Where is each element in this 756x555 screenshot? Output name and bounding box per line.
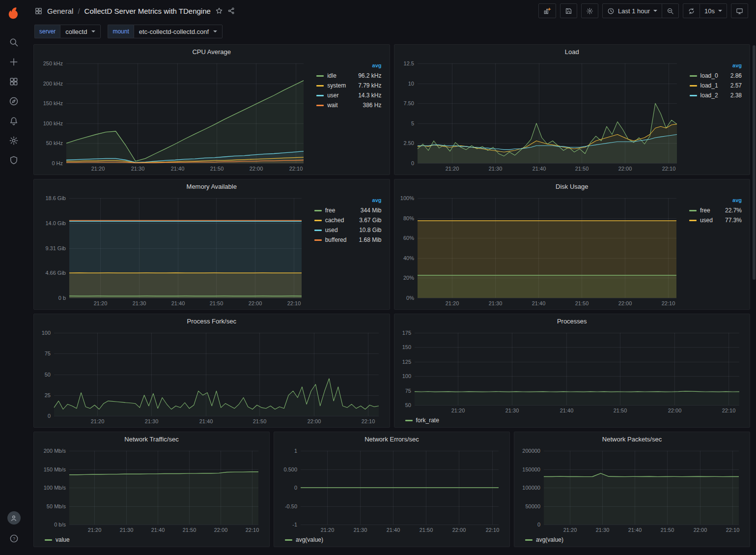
cpu-average-chart[interactable]: 0 Hz50 kHz100 kHz150 kHz200 kHz250 kHz21… <box>37 58 310 174</box>
grafana-logo[interactable] <box>5 5 22 22</box>
panel-network-errors: Network Errors/sec -1-0.5000.500121:2021… <box>274 432 510 547</box>
svg-text:22:00: 22:00 <box>618 166 632 172</box>
svg-text:22:10: 22:10 <box>661 300 675 306</box>
panel-header[interactable]: Memory Available <box>34 179 390 193</box>
legend-item-wait[interactable]: wait386 Hz <box>315 100 382 110</box>
variable-mount-select[interactable]: etc-collectd-collectd.conf <box>134 25 223 38</box>
svg-text:75: 75 <box>45 351 51 356</box>
page-title[interactable]: CollectD Server Metrics with TDengine <box>84 7 211 15</box>
svg-text:-0.50: -0.50 <box>285 503 297 509</box>
legend-item-idle[interactable]: idle96.2 kHz <box>315 71 382 81</box>
variable-mount: mount etc-collectd-collectd.conf <box>108 25 223 38</box>
page-scrollbar[interactable] <box>752 45 756 555</box>
breadcrumb-folder[interactable]: General <box>47 7 73 15</box>
variable-server-select[interactable]: collectd <box>60 25 101 38</box>
legend-item-load_2[interactable]: load_22.38 <box>689 90 743 100</box>
svg-text:0 b: 0 b <box>58 295 66 301</box>
disk-usage-chart[interactable]: 0%20%40%60%80%100%21:2021:3021:4021:5022… <box>397 193 683 308</box>
time-range-picker[interactable]: Last 1 hour <box>602 3 662 18</box>
svg-text:40%: 40% <box>403 255 414 261</box>
process-fork-chart[interactable]: 025507510021:2021:3021:4021:5022:0022:10 <box>37 328 386 426</box>
svg-text:?: ? <box>12 536 15 541</box>
series-color-dash <box>285 539 292 541</box>
legend-item-buffered[interactable]: buffered1.68 Mib <box>313 235 383 245</box>
legend-item-free[interactable]: free344 Mib <box>313 205 383 215</box>
legend-item-used[interactable]: used77.3% <box>688 215 743 225</box>
series-color-dash <box>316 85 324 87</box>
legend-series-name: cached <box>325 217 344 224</box>
svg-text:22:00: 22:00 <box>249 300 262 306</box>
legend-item-value[interactable]: value <box>44 535 71 545</box>
user-avatar[interactable] <box>7 511 21 525</box>
panel-header[interactable]: Network Errors/sec <box>274 432 509 446</box>
memory-available-chart[interactable]: 0 b4.66 Gib9.31 Gib14.0 Gib18.6 Gib21:20… <box>37 193 308 308</box>
legend-item-free[interactable]: free22.7% <box>688 205 743 215</box>
legend-series-avg-value: 386 Hz <box>354 102 381 109</box>
zoom-out-icon <box>667 7 674 15</box>
zoom-out-button[interactable] <box>662 3 679 18</box>
refresh-button[interactable] <box>683 3 700 18</box>
network-traffic-chart[interactable]: 0 b/s50 Mb/s100 Mb/s150 Mb/s200 Mb/s21:2… <box>37 446 265 535</box>
legend-series-avg-value: 2.38 <box>722 92 742 99</box>
svg-text:50: 50 <box>45 372 51 378</box>
panel-title: Disk Usage <box>556 183 588 190</box>
help-icon[interactable]: ? <box>2 528 26 548</box>
svg-text:4.66 Gib: 4.66 Gib <box>45 270 66 276</box>
legend-item-avg-value-[interactable]: avg(value) <box>284 535 324 545</box>
search-icon[interactable] <box>2 32 26 52</box>
svg-text:0: 0 <box>537 522 540 527</box>
alerting-bell-icon[interactable] <box>2 111 26 131</box>
panel-cpu-average: CPU Average 0 Hz50 kHz100 kHz150 kHz200 … <box>33 44 390 175</box>
panel-header[interactable]: Processes <box>394 314 750 328</box>
legend-series-avg-value: 3.67 Gib <box>350 217 381 224</box>
legend-item-user[interactable]: user14.3 kHz <box>315 90 382 100</box>
person-icon <box>10 514 18 522</box>
star-icon[interactable] <box>215 7 223 15</box>
legend-item-used[interactable]: used10.8 Gib <box>313 225 383 235</box>
panel-header[interactable]: Disk Usage <box>394 179 750 193</box>
svg-text:22:10: 22:10 <box>722 408 735 413</box>
load-chart[interactable]: 02.5057.501012.521:2021:3021:4021:5022:0… <box>397 58 684 174</box>
panel-header[interactable]: Network Traffic/sec <box>34 432 269 446</box>
explore-compass-icon[interactable] <box>2 91 26 111</box>
series-color-dash <box>316 95 324 96</box>
create-plus-icon[interactable] <box>2 52 26 72</box>
svg-text:21:20: 21:20 <box>563 527 577 533</box>
time-controls: Last 1 hour <box>602 3 679 18</box>
breadcrumb-separator: / <box>78 7 80 15</box>
svg-text:21:40: 21:40 <box>560 408 573 413</box>
svg-text:21:30: 21:30 <box>505 408 519 413</box>
legend-item-load_1[interactable]: load_12.57 <box>689 81 743 90</box>
legend-item-system[interactable]: system7.79 kHz <box>315 81 382 90</box>
legend-series-name: system <box>327 82 346 89</box>
configuration-gear-icon[interactable] <box>2 131 26 150</box>
scrollbar-thumb[interactable] <box>753 45 756 280</box>
refresh-icon <box>688 7 695 15</box>
dashboards-icon[interactable] <box>2 72 26 91</box>
legend-item-avg-value-[interactable]: avg(value) <box>524 535 564 545</box>
legend-item-cached[interactable]: cached3.67 Gib <box>313 215 383 225</box>
panel-header[interactable]: Network Packets/sec <box>514 432 750 446</box>
legend-item-fork_rate[interactable]: fork_rate <box>404 415 440 425</box>
legend-series-name: value <box>56 536 70 543</box>
legend-item-load_0[interactable]: load_02.86 <box>689 71 743 81</box>
dashboard-settings-button[interactable] <box>581 3 598 18</box>
server-admin-shield-icon[interactable] <box>2 150 26 170</box>
save-dashboard-button[interactable] <box>560 3 577 18</box>
panel-header[interactable]: Process Fork/sec <box>34 314 390 328</box>
refresh-interval-picker[interactable]: 10s <box>700 3 727 18</box>
panel-header[interactable]: CPU Average <box>34 45 390 58</box>
processes-chart[interactable]: 507510012515017521:2021:3021:4021:5022:0… <box>397 328 746 415</box>
share-icon[interactable] <box>227 7 235 15</box>
add-panel-button[interactable] <box>538 3 556 18</box>
svg-text:21:20: 21:20 <box>94 300 108 306</box>
network-packets-chart[interactable]: 05000010000015000020000021:2021:3021:402… <box>517 446 746 535</box>
svg-text:21:30: 21:30 <box>596 527 610 533</box>
svg-text:21:20: 21:20 <box>451 408 465 413</box>
network-errors-chart[interactable]: -1-0.5000.500121:2021:3021:4021:5022:002… <box>277 446 505 535</box>
apps-grid-icon[interactable] <box>34 7 43 15</box>
panel-header[interactable]: Load <box>394 45 750 58</box>
legend-series-avg-value: 22.7% <box>716 207 742 214</box>
tv-kiosk-button[interactable] <box>731 3 748 18</box>
load-legend: avgload_02.86load_12.57load_22.38 <box>684 58 746 174</box>
